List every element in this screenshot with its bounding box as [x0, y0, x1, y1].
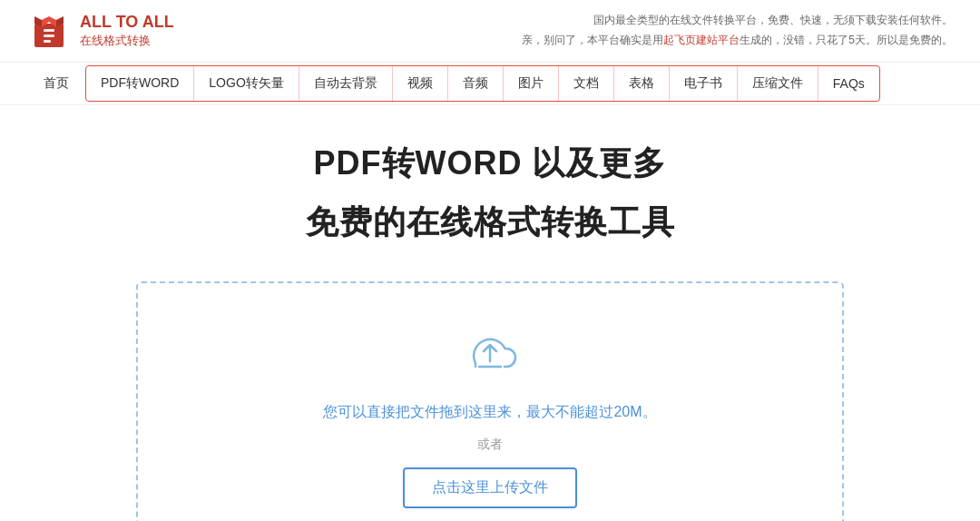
upload-hint: 您可以直接把文件拖到这里来，最大不能超过20M。 [323, 403, 656, 422]
navbar: 首页 PDF转WORDLOGO转矢量自动去背景视频音频图片文档表格电子书压缩文件… [0, 63, 980, 105]
logo-icon [27, 9, 71, 53]
nav-menu: PDF转WORDLOGO转矢量自动去背景视频音频图片文档表格电子书压缩文件FAQ… [85, 65, 880, 102]
nav-item[interactable]: 压缩文件 [738, 66, 818, 101]
nav-home[interactable]: 首页 [27, 63, 85, 104]
logo-area: ALL TO ALL 在线格式转换 [27, 9, 174, 53]
notice-line1: 国内最全类型的在线文件转换平台，免费、快速，无须下载安装任何软件。 [522, 11, 953, 31]
main-content: PDF转WORD 以及更多 免费的在线格式转换工具 您可以直接把文件拖到这里来，… [0, 105, 980, 521]
hero-title: PDF转WORD 以及更多 [27, 142, 953, 186]
nav-item[interactable]: 文档 [559, 66, 614, 101]
nav-item[interactable]: 电子书 [670, 66, 738, 101]
notice-prefix: 亲，别问了，本平台确实是用 [522, 34, 663, 46]
notice-line2: 亲，别问了，本平台确实是用起飞页建站平台生成的，没错，只花了5天。所以是免费的。 [522, 31, 953, 51]
nav-item[interactable]: 视频 [393, 66, 448, 101]
nav-item[interactable]: 图片 [504, 66, 559, 101]
nav-item[interactable]: 表格 [614, 66, 670, 101]
upload-or-label: 或者 [477, 437, 503, 453]
notice-suffix: 生成的，没错，只花了5天。所以是免费的。 [740, 34, 953, 46]
brand-subtitle: 在线格式转换 [80, 33, 174, 49]
upload-area[interactable]: 您可以直接把文件拖到这里来，最大不能超过20M。 或者 点击这里上传文件 支持多… [136, 281, 844, 521]
nav-item[interactable]: 自动去背景 [299, 66, 393, 101]
header-notice: 国内最全类型的在线文件转换平台，免费、快速，无须下载安装任何软件。 亲，别问了，… [522, 11, 953, 50]
notice-link[interactable]: 起飞页建站平台 [663, 34, 740, 46]
logo-text: ALL TO ALL 在线格式转换 [80, 13, 174, 49]
svg-rect-5 [44, 34, 54, 37]
hero-subtitle: 免费的在线格式转换工具 [27, 201, 953, 245]
nav-item[interactable]: PDF转WORD [86, 66, 194, 101]
nav-item[interactable]: FAQs [818, 67, 879, 100]
header: ALL TO ALL 在线格式转换 国内最全类型的在线文件转换平台，免费、快速，… [0, 0, 980, 63]
upload-button[interactable]: 点击这里上传文件 [403, 467, 577, 508]
brand-title: ALL TO ALL [80, 13, 174, 33]
nav-item[interactable]: 音频 [448, 66, 504, 101]
nav-item[interactable]: LOGO转矢量 [194, 66, 299, 101]
svg-rect-4 [44, 29, 54, 32]
svg-rect-6 [44, 40, 51, 43]
upload-cloud-icon [461, 329, 519, 381]
